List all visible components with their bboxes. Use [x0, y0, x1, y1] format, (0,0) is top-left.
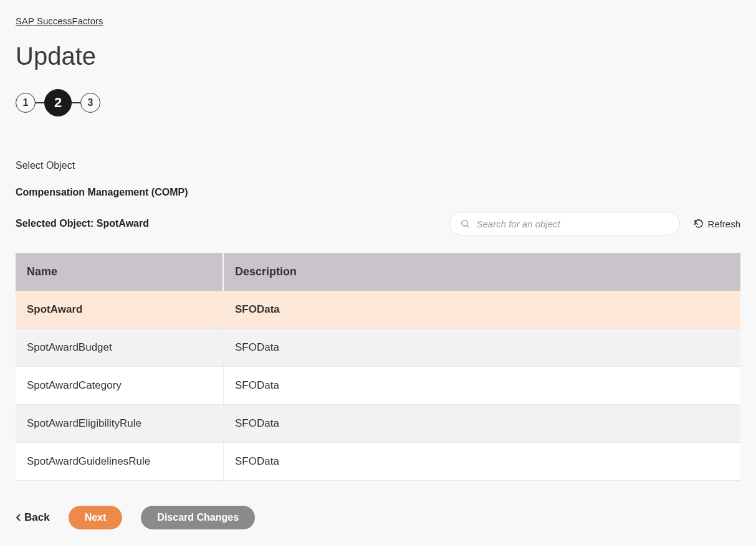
cell-name: SpotAwardEligibilityRule [16, 405, 224, 442]
stepper: 1 2 3 [16, 89, 740, 116]
column-name: Name [16, 253, 224, 291]
step-3[interactable]: 3 [80, 93, 100, 113]
selected-object-label: Selected Object: SpotAward [16, 218, 149, 229]
cell-name: SpotAwardCategory [16, 367, 224, 404]
step-2[interactable]: 2 [44, 89, 72, 116]
chevron-left-icon [16, 513, 22, 522]
cell-description: SFOData [224, 443, 740, 480]
footer-buttons: Back Next Discard Changes [16, 506, 740, 529]
table-row[interactable]: SpotAwardEligibilityRuleSFOData [16, 405, 740, 443]
table-header: Name Description [16, 253, 740, 291]
cell-description: SFOData [224, 367, 740, 404]
cell-description: SFOData [224, 291, 740, 328]
table-row[interactable]: SpotAwardBudgetSFOData [16, 329, 740, 367]
category-label: Compensation Management (COMP) [16, 187, 740, 198]
discard-button[interactable]: Discard Changes [141, 506, 255, 529]
back-button[interactable]: Back [16, 511, 50, 524]
page-title: Update [16, 42, 740, 70]
search-input[interactable] [476, 219, 669, 229]
back-label: Back [24, 511, 50, 524]
table-row[interactable]: SpotAwardCategorySFOData [16, 367, 740, 405]
svg-point-0 [462, 220, 467, 226]
cell-description: SFOData [224, 329, 740, 366]
select-object-label: Select Object [16, 160, 740, 171]
cell-name: SpotAwardGuidelinesRule [16, 443, 224, 480]
table-row[interactable]: SpotAwardSFOData [16, 291, 740, 329]
cell-description: SFOData [224, 405, 740, 442]
object-table: Name Description SpotAwardSFODataSpotAwa… [16, 253, 740, 481]
step-1[interactable]: 1 [16, 93, 36, 113]
refresh-button[interactable]: Refresh [694, 219, 740, 229]
svg-line-1 [467, 225, 469, 227]
refresh-label: Refresh [707, 219, 740, 229]
next-button[interactable]: Next [69, 506, 123, 529]
breadcrumb-link[interactable]: SAP SuccessFactors [16, 16, 103, 26]
cell-name: SpotAwardBudget [16, 329, 224, 366]
table-row[interactable]: SpotAwardGuidelinesRuleSFOData [16, 443, 740, 481]
search-icon [460, 219, 470, 229]
search-box[interactable] [449, 212, 680, 235]
table-body[interactable]: SpotAwardSFODataSpotAwardBudgetSFODataSp… [16, 291, 740, 481]
column-description: Description [224, 253, 740, 291]
refresh-icon [694, 219, 704, 229]
step-connector [72, 102, 80, 103]
step-connector [36, 102, 44, 103]
cell-name: SpotAward [16, 291, 224, 328]
